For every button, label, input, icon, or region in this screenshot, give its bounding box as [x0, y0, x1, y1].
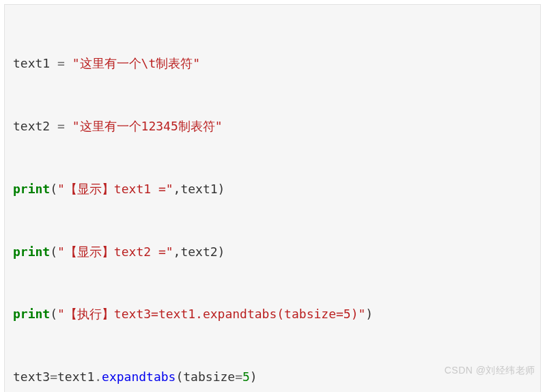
string-literal: "这里有一个12345制表符": [72, 119, 223, 133]
arg: text1: [180, 182, 217, 196]
assign-op: =: [57, 119, 65, 133]
code-line-2: text2 = "这里有一个12345制表符": [13, 116, 532, 137]
arg: text2: [180, 244, 217, 259]
var: text1: [13, 56, 50, 70]
var: text2: [13, 119, 50, 133]
string-literal: "【显示】text2 =": [57, 244, 173, 259]
kwarg-name: tabsize: [183, 369, 235, 384]
assign-op: =: [57, 56, 65, 70]
watermark: CSDN @刘经纬老师: [445, 365, 535, 377]
method-name: expandtabs: [102, 369, 176, 384]
code-line-5: print("【执行】text3=text1.expandtabs(tabsiz…: [13, 304, 532, 325]
lhs: text3: [13, 369, 50, 384]
print-kw: print: [13, 244, 50, 259]
code-line-4: print("【显示】text2 =",text2): [13, 242, 532, 263]
string-literal: "这里有一个\t制表符": [72, 56, 200, 70]
code-block: text1 = "这里有一个\t制表符" text2 = "这里有一个12345…: [4, 4, 541, 392]
number: 5: [242, 369, 250, 384]
string-literal: "【显示】text1 =": [57, 182, 173, 196]
code-line-3: print("【显示】text1 =",text1): [13, 179, 532, 200]
code-line-1: text1 = "这里有一个\t制表符": [13, 53, 532, 74]
print-kw: print: [13, 307, 50, 321]
string-literal: "【执行】text3=text1.expandtabs(tabsize=5)": [57, 307, 365, 321]
print-kw: print: [13, 182, 50, 196]
obj: text1: [57, 369, 94, 384]
